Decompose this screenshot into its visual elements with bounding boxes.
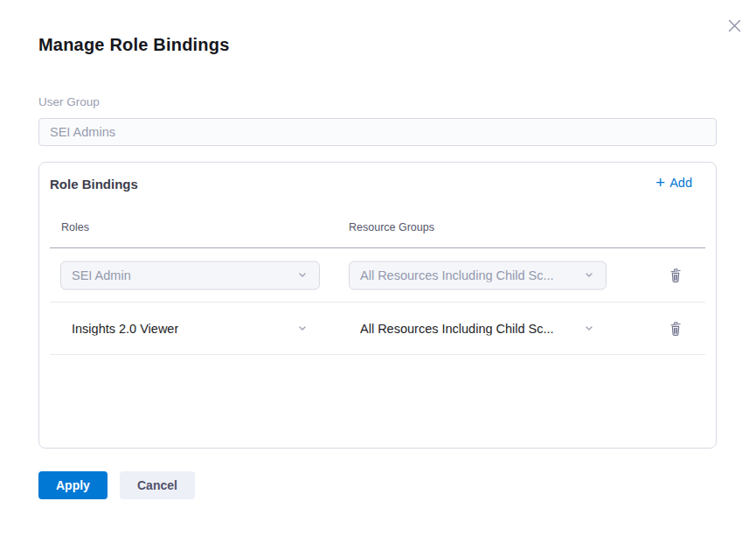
dialog-title: Manage Role Bindings — [38, 35, 229, 55]
resource-group-select-value: All Resources Including Child Sc... — [360, 268, 554, 282]
column-header-resource-groups: Resource Groups — [349, 221, 434, 233]
column-header-roles: Roles — [61, 221, 89, 233]
trash-icon — [669, 268, 683, 283]
user-group-input[interactable]: SEI Admins — [38, 118, 717, 146]
table-row: SEI Admin All Resources Including Child … — [50, 248, 705, 303]
table-header-row: Roles Resource Groups — [50, 213, 705, 248]
add-button-label: Add — [669, 174, 692, 191]
trash-icon — [669, 321, 683, 337]
table-row: Insights 2.0 Viewer All Resources Includ… — [50, 303, 705, 355]
user-group-label: User Group — [38, 95, 100, 108]
add-role-binding-button[interactable]: + Add — [655, 174, 692, 191]
role-select-value: SEI Admin — [72, 268, 131, 282]
resource-group-select-disabled[interactable]: All Resources Including Child Sc... — [349, 261, 607, 289]
chevron-down-icon — [583, 269, 595, 282]
role-select-disabled[interactable]: SEI Admin — [60, 261, 320, 289]
user-group-value: SEI Admins — [50, 125, 115, 139]
chevron-down-icon — [296, 269, 309, 282]
apply-button[interactable]: Apply — [38, 471, 108, 499]
role-bindings-card: Role Bindings + Add Roles Resource Group… — [38, 162, 717, 449]
role-select-value: Insights 2.0 Viewer — [72, 322, 178, 336]
role-bindings-section-title: Role Bindings — [50, 177, 138, 191]
chevron-down-icon — [296, 323, 309, 335]
cancel-button[interactable]: Cancel — [120, 471, 195, 499]
chevron-down-icon — [583, 323, 595, 335]
resource-group-select[interactable]: All Resources Including Child Sc... — [349, 314, 607, 343]
role-select[interactable]: Insights 2.0 Viewer — [60, 314, 320, 343]
close-icon[interactable] — [724, 15, 745, 36]
delete-row-button[interactable] — [665, 317, 686, 340]
resource-group-select-value: All Resources Including Child Sc... — [360, 322, 554, 336]
delete-row-button[interactable] — [665, 264, 686, 287]
plus-icon: + — [655, 174, 665, 191]
